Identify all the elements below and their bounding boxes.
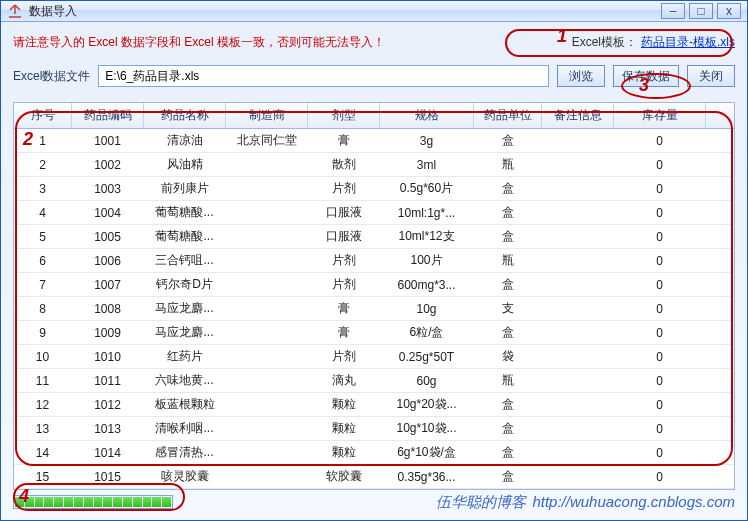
cell-unit: 盒 <box>474 228 542 245</box>
cell-code: 1006 <box>72 254 144 268</box>
warning-bar: 请注意导入的 Excel 数据字段和 Excel 模板一致，否则可能无法导入！ … <box>13 30 735 54</box>
import-icon <box>7 3 23 19</box>
column-header[interactable]: 备注信息 <box>542 103 614 128</box>
table-row[interactable]: 131013清喉利咽...颗粒10g*10袋...盒0 <box>14 417 734 441</box>
browse-button[interactable]: 浏览 <box>557 65 605 87</box>
cell-unit: 盒 <box>474 420 542 437</box>
cell-unit: 瓶 <box>474 252 542 269</box>
cell-form: 膏 <box>308 132 380 149</box>
table-row[interactable]: 61006三合钙咀...片剂100片瓶0 <box>14 249 734 273</box>
cell-form: 颗粒 <box>308 396 380 413</box>
column-header[interactable]: 序号 <box>14 103 72 128</box>
cell-form: 片剂 <box>308 252 380 269</box>
cell-form: 颗粒 <box>308 420 380 437</box>
column-header[interactable]: 药品单位 <box>474 103 542 128</box>
cell-spec: 10ml:1g*... <box>380 206 474 220</box>
data-table: 序号药品编码药品名称制造商剂型规格药品单位备注信息库存量 11001清凉油北京同… <box>13 102 735 490</box>
cell-code: 1007 <box>72 278 144 292</box>
cell-code: 1001 <box>72 134 144 148</box>
cell-code: 1014 <box>72 446 144 460</box>
table-row[interactable]: 31003前列康片片剂0.5g*60片盒0 <box>14 177 734 201</box>
table-row[interactable]: 81008马应龙麝...膏10g支0 <box>14 297 734 321</box>
table-row[interactable]: 41004葡萄糖酸...口服液10ml:1g*...盒0 <box>14 201 734 225</box>
table-row[interactable]: 21002风油精散剂3ml瓶0 <box>14 153 734 177</box>
column-header[interactable]: 制造商 <box>226 103 308 128</box>
cell-stock: 0 <box>614 278 706 292</box>
cell-stock: 0 <box>614 446 706 460</box>
close-window-button[interactable]: x <box>717 3 741 19</box>
cell-spec: 6g*10袋/盒 <box>380 444 474 461</box>
cell-idx: 4 <box>14 206 72 220</box>
cell-name: 板蓝根颗粒 <box>144 396 226 413</box>
column-header[interactable]: 剂型 <box>308 103 380 128</box>
cell-spec: 10g*10袋... <box>380 420 474 437</box>
cell-maker: 北京同仁堂 <box>226 132 308 149</box>
cell-name: 清喉利咽... <box>144 420 226 437</box>
table-body[interactable]: 11001清凉油北京同仁堂膏3g盒021002风油精散剂3ml瓶031003前列… <box>14 129 734 489</box>
column-header[interactable]: 规格 <box>380 103 474 128</box>
dialog-body: 请注意导入的 Excel 数据字段和 Excel 模板一致，否则可能无法导入！ … <box>1 22 747 520</box>
cell-stock: 0 <box>614 206 706 220</box>
cell-code: 1013 <box>72 422 144 436</box>
column-header[interactable]: 库存量 <box>614 103 706 128</box>
file-path-input[interactable] <box>98 65 549 87</box>
cell-stock: 0 <box>614 254 706 268</box>
cell-code: 1008 <box>72 302 144 316</box>
table-row[interactable]: 111011六味地黄...滴丸60g瓶0 <box>14 369 734 393</box>
cell-idx: 15 <box>14 470 72 484</box>
cell-spec: 3ml <box>380 158 474 172</box>
cell-spec: 0.25g*50T <box>380 350 474 364</box>
cell-form: 片剂 <box>308 276 380 293</box>
cell-form: 散剂 <box>308 156 380 173</box>
cell-spec: 100片 <box>380 252 474 269</box>
cell-stock: 0 <box>614 134 706 148</box>
cell-idx: 11 <box>14 374 72 388</box>
minimize-button[interactable]: – <box>661 3 685 19</box>
cell-idx: 6 <box>14 254 72 268</box>
blog-name: 伍华聪的博客 <box>436 493 526 512</box>
cell-unit: 盒 <box>474 180 542 197</box>
column-header[interactable]: 药品名称 <box>144 103 226 128</box>
cell-stock: 0 <box>614 470 706 484</box>
cell-stock: 0 <box>614 302 706 316</box>
save-button[interactable]: 保存数据 <box>613 65 679 87</box>
table-header: 序号药品编码药品名称制造商剂型规格药品单位备注信息库存量 <box>14 103 734 129</box>
blog-url[interactable]: http://wuhuacong.cnblogs.com <box>532 493 735 512</box>
template-link[interactable]: 药品目录-模板.xls <box>641 34 735 51</box>
progress-bar <box>13 495 173 509</box>
cell-form: 片剂 <box>308 180 380 197</box>
template-label: Excel模板： <box>572 34 637 51</box>
cell-name: 葡萄糖酸... <box>144 204 226 221</box>
dialog-window: 数据导入 – □ x 请注意导入的 Excel 数据字段和 Excel 模板一致… <box>0 0 748 521</box>
table-row[interactable]: 101010红药片片剂0.25g*50T袋0 <box>14 345 734 369</box>
cell-form: 颗粒 <box>308 444 380 461</box>
cell-form: 软胶囊 <box>308 468 380 485</box>
cell-stock: 0 <box>614 326 706 340</box>
cell-stock: 0 <box>614 422 706 436</box>
cell-spec: 60g <box>380 374 474 388</box>
cell-name: 六味地黄... <box>144 372 226 389</box>
column-header[interactable]: 药品编码 <box>72 103 144 128</box>
table-row[interactable]: 91009马应龙麝...膏6粒/盒盒0 <box>14 321 734 345</box>
table-row[interactable]: 11001清凉油北京同仁堂膏3g盒0 <box>14 129 734 153</box>
cell-spec: 10g*20袋... <box>380 396 474 413</box>
close-button[interactable]: 关闭 <box>687 65 735 87</box>
table-row[interactable]: 151015咳灵胶囊软胶囊0.35g*36...盒0 <box>14 465 734 489</box>
cell-form: 口服液 <box>308 228 380 245</box>
cell-stock: 0 <box>614 158 706 172</box>
table-row[interactable]: 121012板蓝根颗粒颗粒10g*20袋...盒0 <box>14 393 734 417</box>
cell-unit: 盒 <box>474 324 542 341</box>
table-row[interactable]: 141014感冒清热...颗粒6g*10袋/盒盒0 <box>14 441 734 465</box>
cell-spec: 0.5g*60片 <box>380 180 474 197</box>
maximize-button[interactable]: □ <box>689 3 713 19</box>
cell-code: 1012 <box>72 398 144 412</box>
table-row[interactable]: 71007钙尔奇D片片剂600mg*3...盒0 <box>14 273 734 297</box>
cell-spec: 10g <box>380 302 474 316</box>
cell-idx: 13 <box>14 422 72 436</box>
cell-spec: 3g <box>380 134 474 148</box>
cell-stock: 0 <box>614 182 706 196</box>
table-row[interactable]: 51005葡萄糖酸...口服液10ml*12支盒0 <box>14 225 734 249</box>
cell-idx: 8 <box>14 302 72 316</box>
cell-unit: 盒 <box>474 396 542 413</box>
cell-idx: 2 <box>14 158 72 172</box>
